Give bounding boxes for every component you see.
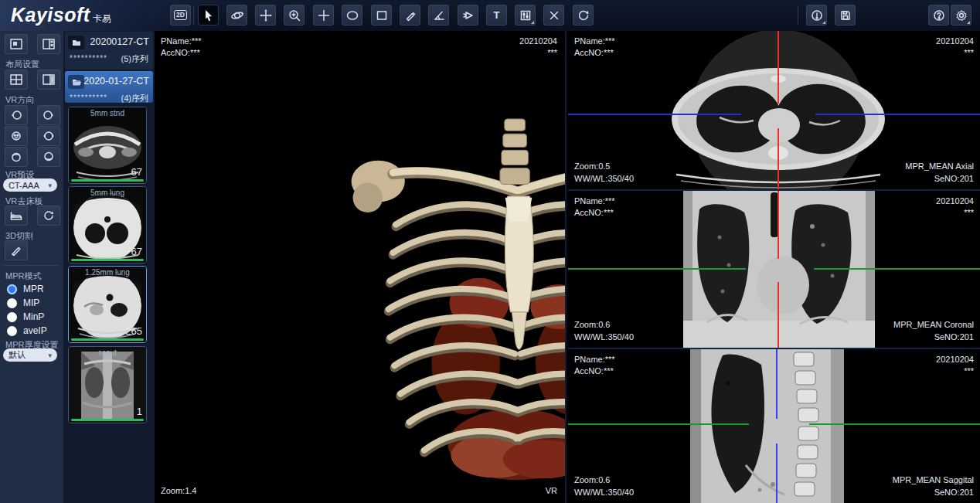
remove-bed-button[interactable] <box>5 206 28 226</box>
thumbnail-progress-bar <box>71 259 144 261</box>
mpr-mode-radio-aveip[interactable]: aveIP <box>7 325 47 336</box>
thumbnail-label: scout <box>69 348 146 357</box>
cut3d-knife-button[interactable] <box>5 240 28 260</box>
app-logo: Kayisoft 卡易 <box>11 4 111 26</box>
mpr-thickness-dropdown[interactable]: 默认 ▾ <box>3 348 57 362</box>
coronal-study-date: 20210204 <box>936 195 974 207</box>
mpr-mode-radio-mip[interactable]: MIP <box>7 297 39 308</box>
face-back-icon <box>42 130 56 142</box>
radio-icon <box>7 298 17 308</box>
knife-icon <box>9 244 23 257</box>
mpr-axial-viewport[interactable]: PName:*** AccNO:*** 20210204 *** Zoom:0.… <box>568 31 980 189</box>
measure-angle-button[interactable] <box>428 5 449 25</box>
pan-button[interactable] <box>255 5 276 25</box>
window-level-button[interactable] <box>515 5 536 25</box>
delete-annotation-button[interactable] <box>543 5 564 25</box>
sagittal-patient-name: PName:*** <box>574 354 615 365</box>
mpr-sagittal-viewport[interactable]: PName:*** AccNO:*** 20210204 *** Zoom:0.… <box>568 349 980 503</box>
thumbnail-image-number: 1 <box>137 406 142 417</box>
settings-button[interactable] <box>951 5 971 25</box>
thumbnail-progress-bar <box>71 338 144 341</box>
probe-button[interactable] <box>458 5 478 25</box>
info-icon <box>810 8 824 22</box>
axial-crosshair-vertical[interactable] <box>778 31 779 104</box>
series-thumbnail-5mm-stnd[interactable]: 5mm stnd 67 <box>68 107 147 184</box>
rotate-3d-button[interactable] <box>226 5 247 25</box>
info-button[interactable] <box>806 5 827 25</box>
sagittal-crosshair-vertical[interactable] <box>776 444 778 503</box>
layout-single-icon <box>9 38 23 50</box>
vr-face-back-button[interactable] <box>37 126 60 146</box>
series-thumbnail-125mm-lung[interactable]: 1.25mm lung 265 <box>68 266 147 343</box>
vr-accession-no: AccNO:*** <box>161 47 200 59</box>
vr-face-front-button[interactable] <box>5 126 28 146</box>
layout-section-label: 布局设置 <box>5 59 39 70</box>
layout-stack-icon <box>42 38 56 50</box>
rect-roi-button[interactable] <box>371 5 392 25</box>
measure-line-button[interactable] <box>400 5 420 25</box>
coronal-series-no: SeNO:201 <box>934 331 974 343</box>
reset-button[interactable] <box>573 5 594 25</box>
axial-view-name: MPR_MEAN Axial <box>905 161 974 172</box>
vr-head-top-button[interactable] <box>5 147 28 167</box>
vr-study-date: 20210204 <box>519 36 557 47</box>
layout-split-icon <box>42 73 56 86</box>
thumbnail-image-number: 265 <box>125 325 142 337</box>
vr-head-left-button[interactable] <box>5 105 28 125</box>
pencil-icon <box>403 8 417 22</box>
coronal-crosshair-horizontal[interactable] <box>568 268 746 270</box>
radio-label: MIP <box>23 297 39 308</box>
thumbnail-image-number: 67 <box>131 166 142 178</box>
series-thumbnail-scout[interactable]: scout 1 <box>68 346 147 423</box>
crosshair-button[interactable] <box>313 5 334 25</box>
layout-2d-button[interactable]: 2D <box>170 5 191 25</box>
coronal-crosshair-vertical[interactable] <box>778 282 779 348</box>
coronal-crosshair-vertical[interactable] <box>778 191 779 259</box>
layout-stack-button[interactable] <box>37 34 60 54</box>
bed-reset-button[interactable] <box>37 206 60 226</box>
coronal-crosshair-horizontal[interactable] <box>814 268 980 270</box>
sagittal-crosshair-vertical[interactable] <box>776 349 778 419</box>
text-annotation-button[interactable]: T <box>486 5 507 25</box>
sagittal-crosshair-horizontal[interactable] <box>568 423 749 425</box>
axial-crosshair-vertical[interactable] <box>778 128 779 189</box>
folder-tile <box>68 36 84 49</box>
chevron-down-icon: ▾ <box>48 182 52 189</box>
series-thumbnail-5mm-lung[interactable]: 5mm lung 67 <box>68 186 147 263</box>
vr-viewport[interactable]: PName:*** AccNO:*** 20210204 *** Zoom:1.… <box>155 31 567 503</box>
head-bottom-icon <box>42 151 56 163</box>
coronal-window-level: WW/WL:350/40 <box>574 331 634 343</box>
coronal-view-name: MPR_MEAN Coronal <box>893 319 974 331</box>
vr-head-right-button[interactable] <box>37 105 60 125</box>
layout-split-button[interactable] <box>37 70 60 90</box>
help-button[interactable] <box>928 5 949 25</box>
zoom-button[interactable] <box>284 5 305 25</box>
scout-thumbnail-image <box>69 347 146 423</box>
vr-head-bottom-button[interactable] <box>37 147 60 167</box>
mpr-mode-radio-mpr[interactable]: MPR <box>7 284 44 294</box>
study-title: 2020-01-27-CT <box>83 76 149 87</box>
layout-single-button[interactable] <box>5 34 28 54</box>
study-series-count: (5)序列 <box>121 53 148 65</box>
sagittal-crosshair-horizontal[interactable] <box>809 423 980 425</box>
mpr-mode-label: MPR模式 <box>5 270 41 282</box>
2d-grid-icon: 2D <box>174 10 187 20</box>
pointer-button[interactable] <box>198 5 219 25</box>
axial-window-level: WW/WL:350/40 <box>574 173 634 185</box>
dropdown-notch <box>531 21 534 24</box>
radio-label: MPR <box>23 284 44 294</box>
study-item-1[interactable]: 20200127-CT ********** (5)序列 <box>65 32 153 70</box>
mpr-coronal-viewport[interactable]: PName:*** AccNO:*** 20210204 *** Zoom:0.… <box>568 191 980 348</box>
crosshair-icon <box>317 8 331 22</box>
sagittal-series-no: SeNO:201 <box>934 487 974 498</box>
axial-crosshair-horizontal[interactable] <box>815 114 980 115</box>
sagittal-study-date: 20210204 <box>936 354 974 365</box>
layout-grid-button[interactable] <box>5 70 28 90</box>
vr-preset-dropdown[interactable]: CT-AAA ▾ <box>3 178 57 192</box>
study-item-2-selected[interactable]: 2020-01-27-CT ********** (4)序列 <box>65 71 153 103</box>
ellipse-roi-button[interactable] <box>342 5 362 25</box>
axial-crosshair-horizontal[interactable] <box>568 114 741 115</box>
mpr-mode-radio-minp[interactable]: MinP <box>7 311 44 322</box>
save-button[interactable] <box>835 5 856 25</box>
panel-separator <box>568 348 980 349</box>
